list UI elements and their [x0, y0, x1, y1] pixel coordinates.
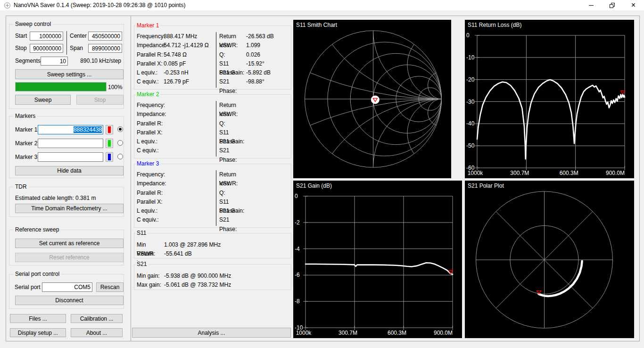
marker-2-frequency-input[interactable] — [38, 139, 103, 148]
marker-2-radio[interactable] — [117, 140, 123, 146]
group-title: Sweep control — [13, 21, 53, 27]
s21-polar-plot[interactable] — [465, 181, 634, 338]
field-label: Impedance: — [137, 110, 164, 119]
field-label: S11 Phase: — [219, 59, 246, 68]
svg-text:0: 0 — [466, 32, 470, 39]
marker-info-left-column: Frequency:Impedance:Parallel R:Parallel … — [137, 101, 215, 156]
center-frequency-input[interactable] — [88, 32, 122, 41]
s11-stats-rows: Min VSWR:1.003 @ 287.896 MHzReturn loss:… — [137, 240, 289, 258]
s21-gain-chart[interactable]: 1000k300.7M600.3M900.0M0-2-4-6-8-10 — [293, 181, 462, 338]
info-row: Q:0.026 — [219, 50, 289, 59]
marker-info-left-column: Frequency:Impedance:Parallel R:Parallel … — [137, 170, 215, 225]
group-title: Marker 3 — [135, 160, 160, 167]
tdr-button[interactable]: Time Domain Reflectometry ... — [15, 204, 124, 213]
field-label: Impedance: — [137, 41, 164, 50]
info-row: S11 Phase: — [219, 128, 289, 137]
field-value: -5.061 dB @ 738.732 MHz — [164, 281, 231, 290]
start-frequency-input[interactable] — [30, 32, 63, 41]
set-reference-button[interactable]: Set current as reference — [15, 239, 124, 248]
sweep-settings-button[interactable]: Sweep settings ... — [15, 69, 124, 79]
marker-2-info-group: Marker 2 Frequency:Impedance:Parallel R:… — [134, 94, 291, 158]
analysis-button[interactable]: Analysis ... — [132, 328, 291, 338]
title-bar: NanoVNA Saver 0.1.4 (Sweep: 2019-10-28 0… — [0, 0, 644, 10]
field-label: Max gain: — [137, 281, 164, 290]
stop-frequency-input[interactable] — [30, 44, 63, 53]
group-title: S21 — [135, 261, 148, 267]
close-button[interactable]: × — [623, 0, 644, 10]
field-label: Parallel R: — [137, 119, 164, 128]
field-label: L equiv.: — [137, 137, 164, 146]
svg-text:0: 0 — [295, 193, 298, 199]
info-row: S21 Gain: — [219, 137, 289, 146]
marker-3-frequency-input[interactable] — [38, 152, 103, 162]
chart-title: S21 Polar Plot — [468, 182, 504, 189]
marker-1-label: Marker 1 — [15, 126, 37, 133]
marker-3-color-swatch[interactable] — [106, 152, 113, 162]
field-label: Q: — [219, 189, 246, 198]
field-value: -0.253 nH — [164, 68, 189, 77]
hide-data-button[interactable]: Hide data — [15, 166, 124, 175]
info-row: Parallel X: — [137, 198, 215, 207]
restore-button[interactable] — [602, 0, 623, 10]
sweep-progress-bar — [15, 82, 107, 91]
info-row: Parallel X: — [137, 128, 215, 137]
svg-text:-20: -20 — [466, 76, 475, 83]
marker-info-right-column: Return loss:VSWR:Q:S11 Phase:S21 Gain:S2… — [216, 101, 289, 157]
field-label: S11 Phase: — [219, 128, 246, 137]
marker-1-color-swatch[interactable] — [106, 125, 113, 134]
field-label: Frequency: — [137, 101, 164, 110]
svg-text:600.3M: 600.3M — [388, 330, 406, 336]
s11-smith-chart[interactable] — [293, 20, 451, 178]
app-window: { "window": { "title": "NanoVNA Saver 0.… — [0, 0, 644, 348]
s11-return-loss-chart[interactable]: 1000k300.7M600.3M900.0M0-10-20-30-40-50-… — [465, 20, 634, 178]
field-label: Return loss: — [137, 249, 164, 258]
sweep-button[interactable]: Sweep — [15, 95, 71, 105]
minimize-button[interactable] — [580, 0, 602, 10]
marker-3-info-group: Marker 3 Frequency:Impedance:Parallel R:… — [134, 164, 291, 228]
info-row: S11 Phase: — [219, 198, 289, 207]
marker-3-radio[interactable] — [117, 154, 123, 159]
svg-text:-10: -10 — [466, 54, 475, 61]
field-label: C equiv.: — [137, 215, 164, 224]
field-label: VSWR: — [219, 179, 246, 188]
svg-text:600.3M: 600.3M — [560, 170, 578, 176]
svg-text:-6: -6 — [295, 272, 300, 278]
field-label: Parallel R: — [137, 50, 164, 59]
span-frequency-input[interactable] — [88, 44, 122, 53]
column-separator — [66, 31, 67, 55]
field-label: Q: — [219, 119, 246, 128]
field-label: S21 Gain: — [219, 137, 246, 146]
marker-1-radio[interactable] — [117, 126, 123, 132]
svg-text:-4: -4 — [295, 246, 300, 252]
field-value: 1.003 @ 287.896 MHz — [164, 240, 221, 249]
serial-port-label: Serial port — [15, 284, 41, 290]
info-row: S11 Phase:-15.92° — [219, 59, 289, 68]
info-row: S21 Gain: — [219, 207, 289, 215]
info-row: Return loss:-26.563 dB — [219, 32, 289, 41]
segments-input[interactable] — [41, 57, 68, 66]
files-button[interactable]: Files ... — [10, 314, 66, 323]
field-label: Q: — [219, 50, 246, 59]
about-button[interactable]: About ... — [71, 328, 123, 337]
field-label: S21 Gain: — [219, 68, 246, 77]
marker-3-label: Marker 3 — [15, 154, 37, 160]
field-value: -5.892 dB — [246, 68, 271, 77]
display-setup-button[interactable]: Display setup ... — [10, 328, 66, 337]
info-row: L equiv.: — [137, 207, 215, 215]
marker-2-color-swatch[interactable] — [106, 139, 113, 148]
serial-port-input[interactable] — [42, 282, 92, 292]
field-value: 0.085 pF — [164, 59, 186, 68]
marker-1-frequency-input[interactable]: 888324438 — [38, 125, 103, 134]
marker-info-right-column: Return loss:-26.563 dBVSWR:1.099Q:0.026S… — [216, 32, 289, 88]
disconnect-button[interactable]: Disconnect — [15, 296, 124, 305]
close-icon: × — [631, 2, 636, 8]
rescan-button[interactable]: Rescan — [96, 282, 124, 292]
s21-gain-chart-panel: S21 Gain (dB) 1000k300.7M600.3M900.0M0-2… — [293, 181, 462, 338]
field-label: VSWR: — [219, 110, 246, 119]
group-title: TDR — [13, 183, 29, 190]
reset-reference-button: Reset reference — [15, 253, 124, 262]
group-title: S11 — [135, 230, 148, 236]
group-title: Marker 1 — [135, 22, 160, 29]
calibration-button[interactable]: Calibration ... — [71, 314, 123, 323]
field-label: Impedance: — [137, 179, 164, 188]
